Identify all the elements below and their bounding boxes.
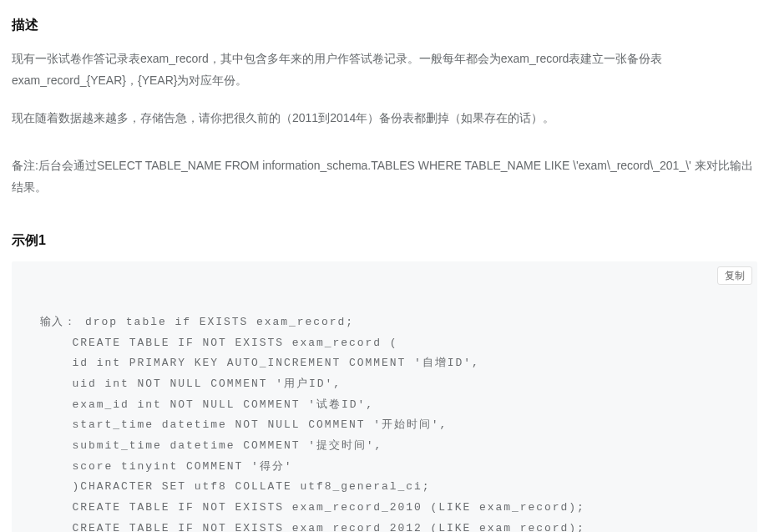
copy-input-button[interactable]: 复制 — [717, 266, 752, 286]
description-heading: 描述 — [12, 13, 757, 38]
description-note: 备注:后台会通过SELECT TABLE_NAME FROM informati… — [12, 155, 757, 199]
example1-heading: 示例1 — [12, 229, 757, 253]
description-paragraph-2: 现在随着数据越来越多，存储告急，请你把很久前的（2011到2014年）备份表都删… — [12, 107, 757, 129]
example-code-block: 复制 复制输入： drop table if EXISTS exam_recor… — [12, 261, 757, 532]
description-paragraph-1: 现有一张试卷作答记录表exam_record，其中包含多年来的用户作答试卷记录。… — [12, 48, 757, 92]
